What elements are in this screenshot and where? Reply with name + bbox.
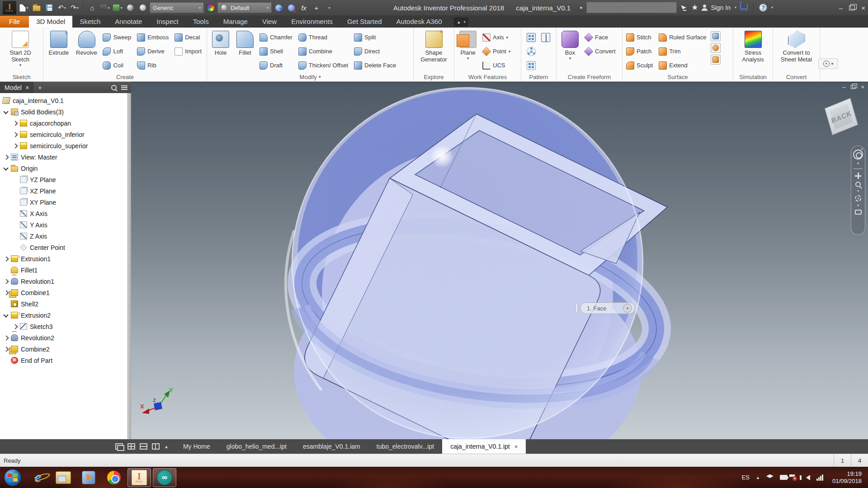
thread-button[interactable]: Thread — [297, 30, 351, 44]
panel-label-convert[interactable]: Convert — [775, 72, 818, 81]
undo-button[interactable]: ↶▾ — [56, 2, 68, 14]
browser-tab-model[interactable]: Model × — [0, 82, 33, 93]
add-command-button[interactable]: + — [311, 2, 322, 14]
chevron-right-icon[interactable] — [3, 346, 9, 352]
sweep-button[interactable]: Sweep — [101, 30, 134, 44]
panel-label-sketch[interactable]: Sketch — [2, 72, 41, 81]
start-button[interactable] — [1, 468, 24, 487]
circular-pattern-button[interactable] — [526, 44, 537, 58]
replace-face-button[interactable] — [711, 31, 721, 41]
panel-label-create-freeform[interactable]: Create Freeform — [558, 72, 620, 81]
model-canvas[interactable] — [131, 82, 868, 439]
tree-item-axis[interactable]: Y Axis — [0, 219, 127, 230]
start-2d-sketch-button[interactable]: Start 2D Sketch ▾ — [2, 29, 39, 67]
clear-appearance-button[interactable] — [285, 2, 297, 14]
search-input[interactable] — [586, 2, 677, 13]
chevron-down-icon[interactable]: ▾ — [857, 204, 859, 207]
tile-vertical-icon[interactable] — [152, 443, 160, 450]
expand-search-icon[interactable]: ▸ — [580, 5, 583, 10]
chevron-right-icon[interactable] — [3, 335, 9, 341]
doc-restore-button[interactable] — [851, 85, 855, 89]
tree-item-plane[interactable]: YZ Plane — [0, 174, 127, 185]
revolve-button[interactable]: Revolve — [73, 29, 100, 56]
panel-label-work-features[interactable]: Work Features — [456, 72, 519, 81]
render-spheres-button[interactable] — [124, 2, 136, 14]
convert-sheet-metal-button[interactable]: Convert to Sheet Metal — [775, 29, 818, 63]
color-wheel-button[interactable] — [205, 2, 217, 14]
menu-icon[interactable] — [121, 85, 127, 90]
extend-button[interactable]: Extend — [657, 58, 709, 72]
appearance-combo[interactable]: Default ▾ — [217, 2, 272, 13]
tree-item-fillet1[interactable]: Fillet1 — [0, 264, 127, 276]
tab-autodesk-a360[interactable]: Autodesk A360 — [389, 16, 449, 28]
taskbar-chrome[interactable] — [102, 468, 126, 487]
chevron-right-icon[interactable] — [3, 256, 9, 262]
volume-icon[interactable] — [806, 475, 810, 480]
face-selector-grip[interactable] — [575, 303, 578, 314]
tree-item-body[interactable]: cajacorchopan — [0, 117, 127, 129]
panel-label-create[interactable]: Create — [45, 72, 205, 81]
hole-button[interactable]: Hole — [209, 29, 232, 56]
tree-item-solid-bodies[interactable]: Solid Bodies(3) — [0, 106, 127, 117]
cascade-windows-icon[interactable] — [115, 443, 123, 450]
restore-button[interactable] — [849, 5, 855, 10]
panel-label-simulation[interactable]: Simulation — [735, 72, 771, 81]
chevron-right-icon[interactable] — [12, 131, 18, 138]
sign-in-dropdown-icon[interactable]: ▾ — [735, 5, 736, 9]
taskbar-internet-explorer[interactable]: e — [26, 468, 50, 487]
chevron-right-icon[interactable] — [12, 143, 18, 149]
chevron-down-icon[interactable]: ▾ — [857, 190, 859, 192]
adjust-appearance-button[interactable] — [273, 2, 284, 14]
tree-item-combine1[interactable]: Combine1 — [0, 287, 127, 298]
sign-in-button[interactable]: Sign In — [711, 4, 731, 11]
import-button[interactable]: Import — [173, 44, 205, 58]
delete-face-button[interactable]: Delete Face — [352, 58, 399, 72]
tree-item-extrusion1[interactable]: Extrusion1 — [0, 253, 127, 264]
doc-close-button[interactable]: × — [861, 84, 864, 90]
parameters-button[interactable]: fx — [298, 2, 310, 14]
tree-item-shell2[interactable]: Shell2 — [0, 298, 127, 310]
close-icon[interactable]: × — [25, 84, 29, 91]
tree-item-revolution1[interactable]: Revolution1 — [0, 276, 127, 287]
axis-button[interactable]: Axis▾ — [481, 30, 514, 44]
chevron-down-icon[interactable] — [3, 165, 9, 172]
show-hidden-icons[interactable]: ▲ — [756, 475, 760, 480]
taskbar-media-player[interactable] — [77, 468, 100, 487]
taskbar-file-explorer[interactable] — [52, 468, 75, 487]
trim-button[interactable]: Trim — [657, 44, 709, 58]
chevron-down-icon[interactable] — [3, 312, 9, 319]
tree-item-axis[interactable]: X Axis — [0, 208, 127, 219]
appearance-override-button[interactable]: ▾ — [99, 2, 111, 14]
action-center-icon[interactable]: × — [794, 474, 800, 481]
material-combo[interactable]: Generic ▾ — [150, 2, 204, 13]
qat-customize-button[interactable]: ▾ — [323, 2, 335, 14]
panel-label-explore[interactable]: Explore — [415, 72, 452, 81]
chevron-right-icon[interactable] — [3, 278, 9, 285]
tab-document-3[interactable]: tubo_electrovalv...ipt — [368, 439, 442, 454]
tree-item-plane[interactable]: XZ Plane — [0, 185, 127, 197]
ucs-button[interactable]: UCS — [481, 58, 514, 72]
emboss-button[interactable]: Emboss — [135, 30, 172, 44]
clock[interactable]: 19:19 01/09/2018 — [830, 470, 862, 485]
panel-label-pattern[interactable]: Pattern — [523, 72, 554, 81]
navigation-wheel-icon[interactable] — [853, 150, 863, 160]
coil-button[interactable]: Coil — [101, 58, 134, 72]
tab-inspect[interactable]: Inspect — [149, 16, 185, 28]
derive-button[interactable]: Derive — [135, 44, 172, 58]
search-icon[interactable] — [111, 85, 117, 90]
tree-item-combine2[interactable]: Combine2 — [0, 343, 127, 355]
tab-document-1[interactable]: globo_helio_med...ipt — [218, 439, 295, 454]
tree-item-view-master[interactable]: View: Master — [0, 151, 127, 163]
help-icon[interactable]: ? — [759, 4, 767, 12]
stress-analysis-button[interactable]: Stress Analysis — [735, 29, 771, 63]
rib-button[interactable]: Rib — [135, 58, 172, 72]
collapse-tabs-icon[interactable]: ▲ — [164, 444, 169, 449]
split-button[interactable]: Split — [352, 30, 399, 44]
sculpt-button[interactable]: Sculpt — [624, 58, 656, 72]
battery-icon[interactable] — [780, 475, 788, 480]
rectangular-pattern-button[interactable] — [526, 30, 537, 44]
loft-button[interactable]: Loft — [101, 44, 134, 58]
offset-surface-button[interactable] — [711, 43, 721, 53]
draft-button[interactable]: Draft — [258, 58, 296, 72]
tree-item-body[interactable]: semicirculo_superior — [0, 140, 127, 151]
